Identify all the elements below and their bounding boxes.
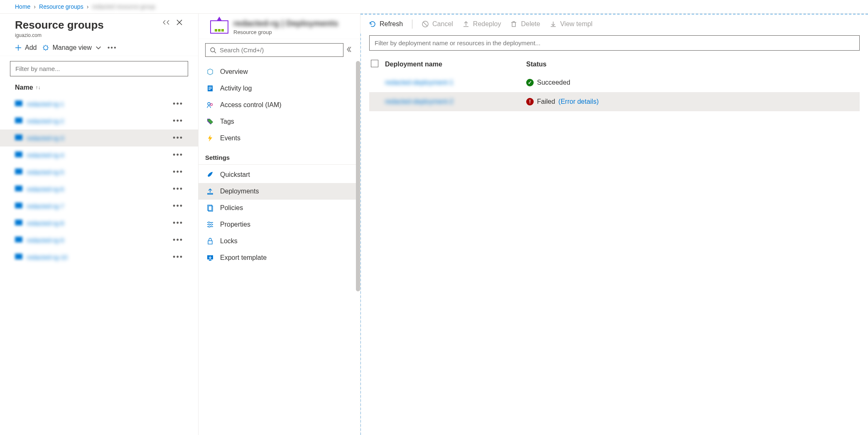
- cancel-button[interactable]: Cancel: [422, 20, 453, 28]
- resource-name: redacted-rg-2: [27, 117, 64, 125]
- more-icon[interactable]: •••: [173, 100, 183, 108]
- deployment-row[interactable]: redacted-deployment-2!Failed (Error deta…: [369, 92, 860, 111]
- add-button[interactable]: Add: [15, 44, 37, 51]
- search-box[interactable]: [205, 43, 343, 57]
- search-input[interactable]: [220, 46, 339, 54]
- cancel-icon: [422, 20, 429, 28]
- panel-title: Resource groups: [15, 19, 104, 32]
- resource-subtitle: Resource group: [233, 29, 338, 35]
- collapse-nav-icon[interactable]: [347, 46, 353, 54]
- select-all-checkbox[interactable]: [371, 60, 378, 67]
- svg-rect-13: [208, 241, 212, 244]
- nav-deployments[interactable]: Deployments: [199, 183, 360, 200]
- resource-icon: [15, 100, 22, 106]
- resource-name: redacted-rg-6: [27, 186, 64, 193]
- lock-icon: [206, 237, 214, 245]
- nav-section-settings: Settings: [199, 147, 360, 165]
- breadcrumb-home[interactable]: Home: [15, 3, 30, 10]
- deployment-name[interactable]: redacted-deployment-1: [385, 79, 526, 86]
- redeploy-button[interactable]: Redeploy: [462, 20, 501, 28]
- breadcrumb-current: redacted resource group: [92, 3, 155, 10]
- nav-events[interactable]: Events: [199, 130, 360, 147]
- resource-name: redacted-rg-8: [27, 220, 64, 227]
- svg-rect-3: [208, 87, 212, 88]
- status-text: Failed: [537, 98, 555, 105]
- success-icon: ✓: [526, 79, 534, 86]
- svg-rect-5: [208, 89, 211, 90]
- more-icon[interactable]: •••: [173, 219, 183, 227]
- more-icon[interactable]: •••: [173, 151, 183, 159]
- more-icon[interactable]: •••: [173, 253, 183, 261]
- more-icon[interactable]: •••: [108, 44, 117, 51]
- status-text: Succeeded: [537, 79, 570, 86]
- resource-icon: [15, 134, 22, 140]
- manage-view-button[interactable]: Manage view: [42, 44, 101, 51]
- resource-group-row[interactable]: redacted-rg-10•••: [0, 249, 198, 266]
- error-details-link[interactable]: (Error details): [559, 98, 599, 105]
- scrollbar[interactable]: [356, 61, 360, 291]
- more-icon[interactable]: •••: [173, 185, 183, 193]
- svg-point-12: [208, 226, 210, 227]
- refresh-icon: [369, 20, 376, 28]
- search-icon: [210, 47, 216, 54]
- resource-name: redacted-rg-1: [27, 100, 64, 108]
- more-icon[interactable]: •••: [173, 168, 183, 176]
- close-icon[interactable]: [176, 19, 183, 28]
- tags-icon: [206, 117, 214, 126]
- panel-subtitle: iguazio.com: [15, 32, 104, 38]
- resource-icon: [15, 152, 22, 157]
- resource-name: redacted-rg-7: [27, 203, 64, 210]
- nav-tags[interactable]: Tags: [199, 113, 360, 130]
- column-header-deployment[interactable]: Deployment name: [385, 61, 526, 68]
- nav-properties[interactable]: Properties: [199, 216, 360, 233]
- nav-activity-log[interactable]: Activity log: [199, 80, 360, 97]
- nav-export-template[interactable]: Export template: [199, 249, 360, 266]
- resource-icon: [15, 117, 22, 123]
- column-header-name[interactable]: Name ↑↓: [0, 80, 198, 95]
- column-header-status[interactable]: Status: [526, 61, 858, 68]
- resource-group-row[interactable]: redacted-rg-9•••: [0, 232, 198, 249]
- nav-policies[interactable]: Policies: [199, 200, 360, 216]
- deployment-name[interactable]: redacted-deployment-2: [385, 98, 526, 105]
- nav-quickstart[interactable]: Quickstart: [199, 166, 360, 183]
- chevron-right-icon: ›: [34, 3, 36, 10]
- nav-access-control[interactable]: Access control (IAM): [199, 97, 360, 113]
- refresh-button[interactable]: Refresh: [369, 20, 403, 28]
- svg-rect-4: [208, 88, 212, 89]
- deployment-row[interactable]: redacted-deployment-1✓Succeeded: [369, 73, 860, 92]
- monitor-icon: [206, 254, 214, 262]
- more-icon[interactable]: •••: [173, 134, 183, 142]
- chevron-right-icon: ›: [87, 3, 89, 10]
- resource-group-row[interactable]: redacted-rg-7•••: [0, 198, 198, 215]
- resource-icon: [15, 186, 22, 191]
- nav-locks[interactable]: Locks: [199, 233, 360, 249]
- log-icon: [206, 84, 214, 93]
- resource-name: redacted-rg-10: [27, 254, 67, 261]
- view-template-button[interactable]: View templ: [549, 20, 593, 28]
- resource-title: redacted-rg | Deployments: [233, 19, 338, 28]
- svg-point-1: [211, 48, 215, 52]
- resource-group-row[interactable]: redacted-rg-3•••: [0, 130, 198, 147]
- resource-icon: [15, 220, 22, 225]
- delete-button[interactable]: Delete: [510, 20, 540, 28]
- more-icon[interactable]: •••: [173, 236, 183, 244]
- sliders-icon: [206, 220, 214, 229]
- resource-group-row[interactable]: redacted-rg-6•••: [0, 181, 198, 198]
- resource-group-row[interactable]: redacted-rg-5•••: [0, 164, 198, 181]
- more-icon[interactable]: •••: [173, 202, 183, 210]
- resource-group-row[interactable]: redacted-rg-8•••: [0, 215, 198, 232]
- trash-icon: [510, 20, 517, 28]
- policy-icon: [206, 204, 214, 212]
- filter-input[interactable]: [10, 61, 188, 76]
- redeploy-icon: [462, 20, 470, 28]
- resource-group-row[interactable]: redacted-rg-1•••: [0, 95, 198, 112]
- nav-overview[interactable]: Overview: [199, 64, 360, 80]
- collapse-icon[interactable]: [162, 19, 170, 28]
- resource-group-row[interactable]: redacted-rg-4•••: [0, 147, 198, 164]
- deployment-filter-input[interactable]: [369, 35, 860, 51]
- resource-nav-panel: redacted-rg | Deployments Resource group…: [199, 14, 360, 435]
- upload-icon: [206, 187, 214, 196]
- breadcrumb-resource-groups[interactable]: Resource groups: [39, 3, 83, 10]
- more-icon[interactable]: •••: [173, 117, 183, 125]
- resource-group-row[interactable]: redacted-rg-2•••: [0, 112, 198, 130]
